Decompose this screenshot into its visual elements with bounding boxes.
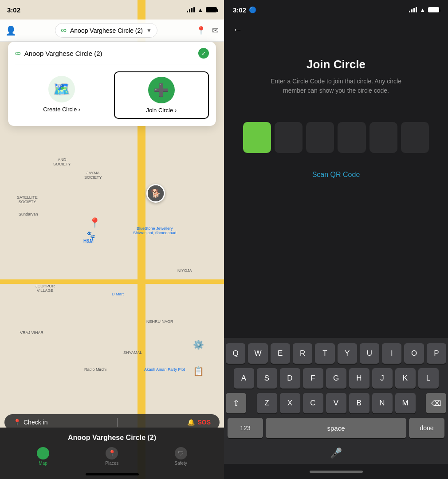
kb-key-m[interactable]: M: [395, 393, 416, 413]
tab-places-icon: 📍: [106, 447, 118, 459]
tab-safety-label: Safety: [175, 461, 187, 466]
right-home-bar: [310, 471, 363, 473]
kb-key-l[interactable]: L: [418, 368, 439, 389]
map-label-niyoja: NIYOJA: [177, 268, 192, 273]
location-icon[interactable]: 📍: [196, 26, 206, 35]
join-content: Join Circle Enter a Circle Code to join …: [224, 40, 448, 338]
back-button[interactable]: ←: [224, 20, 448, 40]
bottom-circle-label: Anoop Varghese Circle (2): [0, 428, 224, 445]
kb-key-o[interactable]: O: [404, 343, 424, 364]
kb-shift-key[interactable]: ⇧: [226, 393, 246, 413]
map-label-vraj: VRAJ VIHAR: [20, 330, 43, 335]
kb-space-key[interactable]: space: [266, 418, 406, 438]
circle-selector[interactable]: ∞ Anoop Varghese Circle (2) ▼: [55, 23, 157, 38]
kb-mic-icon[interactable]: 🎤: [330, 448, 342, 459]
code-cell-3[interactable]: [306, 122, 334, 153]
kb-return-key[interactable]: done: [409, 418, 444, 438]
tab-map[interactable]: 🗺 Map: [37, 447, 49, 466]
right-location-dot: 🔵: [249, 6, 256, 13]
kb-key-u[interactable]: U: [360, 343, 379, 364]
sos-bell-icon: 🔔: [187, 419, 195, 426]
infinity-icon: ∞: [61, 26, 67, 35]
map-avatar: 🐕: [146, 184, 165, 203]
kb-key-k[interactable]: K: [395, 368, 416, 389]
dropdown-circle-name-row: ∞ Anoop Varghese Circle (2): [15, 49, 102, 58]
signal-icon: [187, 7, 195, 12]
right-home-indicator: [224, 464, 448, 479]
map-label-nehru: NEHRU NAGR: [146, 319, 173, 324]
dropdown-check-icon: ✓: [198, 48, 209, 59]
kb-key-r[interactable]: R: [293, 343, 312, 364]
map-label-dmart: D Mart: [112, 292, 124, 296]
map-pin-hm: 🐾: [86, 231, 95, 239]
nav-right: 📍 ✉: [196, 26, 219, 35]
kb-key-t[interactable]: T: [315, 343, 334, 364]
map-list-icon: 📋: [193, 366, 204, 377]
status-icons: ▲: [187, 7, 217, 13]
code-cell-4[interactable]: [338, 122, 365, 153]
kb-key-x[interactable]: X: [280, 393, 300, 413]
top-nav: 👤 ∞ Anoop Varghese Circle (2) ▼ 📍 ✉: [0, 20, 224, 42]
map-label-and-society: ANDSOCIETY: [53, 157, 71, 166]
kb-key-j[interactable]: J: [372, 368, 393, 389]
bottom-tabs: 🗺 Map 📍 Places 🛡 Safety: [0, 445, 224, 466]
battery-icon: [206, 7, 217, 12]
kb-key-q[interactable]: Q: [226, 343, 245, 364]
right-status-time: 3:02: [233, 6, 246, 14]
tab-safety[interactable]: 🛡 Safety: [175, 447, 187, 466]
action-divider: [117, 418, 118, 427]
kb-key-i[interactable]: I: [382, 343, 401, 364]
kb-key-p[interactable]: P: [427, 343, 446, 364]
kb-key-n[interactable]: N: [372, 393, 393, 413]
home-indicator-left: [86, 473, 139, 475]
tab-map-icon: 🗺: [37, 447, 49, 459]
dropdown-infinity-icon: ∞: [15, 49, 21, 58]
map-label-shyamal: SHYAMAL: [123, 350, 142, 355]
code-cell-1[interactable]: [243, 122, 271, 153]
kb-key-a[interactable]: A: [234, 368, 254, 389]
kb-bottom-row: 123 space done: [226, 418, 446, 438]
right-signal-icon: [409, 7, 417, 12]
kb-row-1: Q W E R T Y U I O P: [226, 343, 446, 364]
kb-delete-key[interactable]: ⌫: [426, 393, 446, 413]
map-road-horizontal: [0, 279, 224, 284]
kb-key-z[interactable]: Z: [257, 393, 277, 413]
sos-button[interactable]: 🔔 SOS: [187, 419, 211, 426]
kb-key-s[interactable]: S: [257, 368, 277, 389]
right-panel: 3:02 🔵 ▲ ← Join Circle Enter a Circle Co…: [224, 0, 448, 479]
join-circle-option[interactable]: ➕ Join Circle ›: [114, 71, 209, 119]
right-battery-fill: [429, 8, 438, 12]
wifi-icon: ▲: [197, 7, 203, 13]
map-settings-icon: ⚙️: [193, 339, 204, 350]
kb-key-y[interactable]: Y: [338, 343, 357, 364]
create-circle-option[interactable]: 🗺️ Create Circle ›: [15, 71, 109, 119]
tab-places-label: Places: [105, 461, 118, 466]
kb-key-b[interactable]: B: [349, 393, 369, 413]
kb-key-w[interactable]: W: [248, 343, 267, 364]
kb-key-d[interactable]: D: [280, 368, 300, 389]
code-input-row[interactable]: [243, 122, 429, 153]
mail-icon[interactable]: ✉: [212, 26, 219, 35]
person-icon: 👤: [5, 25, 16, 36]
kb-key-h[interactable]: H: [349, 368, 369, 389]
kb-123-key[interactable]: 123: [228, 418, 263, 438]
kb-key-c[interactable]: C: [303, 393, 323, 413]
kb-key-v[interactable]: V: [326, 393, 346, 413]
circle-selector-name: Anoop Varghese Circle (2): [70, 27, 143, 34]
kb-key-g[interactable]: G: [326, 368, 346, 389]
code-cell-2[interactable]: [275, 122, 303, 153]
tab-map-label: Map: [39, 461, 47, 466]
join-title: Join Circle: [307, 58, 365, 71]
checkin-button[interactable]: 📍 Check in: [13, 419, 47, 426]
kb-key-f[interactable]: F: [303, 368, 323, 389]
chevron-down-icon: ▼: [146, 27, 152, 34]
scan-qr-button[interactable]: Scan QR Code: [312, 171, 360, 179]
kb-mic-row: 🎤: [226, 443, 446, 464]
tab-places[interactable]: 📍 Places: [105, 447, 118, 466]
code-cell-6[interactable]: [401, 122, 429, 153]
dropdown-card: ∞ Anoop Varghese Circle (2) ✓ 🗺️ Create …: [8, 42, 216, 126]
code-cell-5[interactable]: [369, 122, 397, 153]
kb-key-e[interactable]: E: [271, 343, 290, 364]
map-label-akash: Akash Aman Party Plot: [144, 367, 185, 372]
back-arrow-icon: ←: [233, 24, 243, 35]
